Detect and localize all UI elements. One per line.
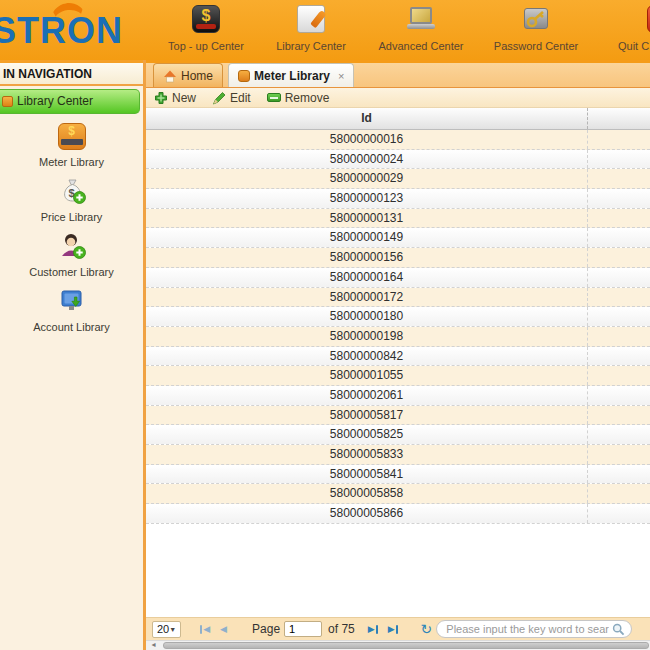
laptop-base (407, 24, 435, 29)
page-number-input[interactable] (284, 621, 322, 637)
paging-toolbar: 20 ▼ ◀ ◀ Page of 75 ▶ (146, 617, 650, 640)
edit-button[interactable]: Edit (212, 91, 251, 105)
nav-advanced-center[interactable]: Advanced Center (373, 5, 469, 52)
new-button[interactable]: New (154, 91, 196, 105)
first-page-button[interactable]: ◀ (200, 625, 210, 634)
column-header-empty (588, 108, 650, 129)
scroll-left-button[interactable]: ◂ (146, 641, 161, 650)
row-empty-cell (588, 248, 650, 267)
table-header: Id (146, 108, 650, 130)
scrollbar-thumb[interactable] (163, 642, 649, 649)
nav-quit[interactable]: ✕ Quit C (604, 5, 650, 52)
account-monitor-icon (58, 287, 86, 314)
row-id-cell: 58000000131 (146, 209, 588, 228)
grid-empty-area (146, 524, 650, 617)
table-row[interactable]: 58000002061 (146, 386, 650, 406)
row-id-cell: 58000001055 (146, 366, 588, 385)
sidebar-nav-title: IN NAVIGATION (0, 60, 143, 86)
table-row[interactable]: 58000005866 (146, 504, 650, 524)
table-row[interactable]: 58000000016 (146, 130, 650, 150)
table-row[interactable]: 58000000029 (146, 169, 650, 189)
row-empty-cell (588, 228, 650, 247)
remove-button[interactable]: Remove (267, 91, 330, 105)
pen-shape (310, 10, 327, 28)
home-icon (163, 69, 177, 83)
prev-page-icon: ◀ (220, 625, 227, 634)
row-id-cell: 58000000016 (146, 130, 588, 149)
table-row[interactable]: 58000000024 (146, 150, 650, 170)
table-row[interactable]: 58000000180 (146, 307, 650, 327)
logo-swoosh-icon (49, 1, 87, 23)
table-row[interactable]: 58000000123 (146, 189, 650, 209)
sidebar-item-meter-library[interactable]: $ Meter Library (0, 123, 143, 168)
nav-library-center[interactable]: Library Center (263, 5, 359, 52)
row-empty-cell (588, 327, 650, 346)
search-icon[interactable] (612, 623, 625, 639)
tab-home[interactable]: Home (153, 63, 223, 87)
table-row[interactable]: 58000000198 (146, 327, 650, 347)
sidebar-item-price-library[interactable]: $ Price Library (0, 177, 143, 223)
laptop-icon (407, 5, 435, 33)
row-id-cell: 58000005817 (146, 406, 588, 425)
row-id-cell: 58000000842 (146, 347, 588, 366)
minus-icon (267, 93, 281, 102)
refresh-icon[interactable]: ↻ (421, 621, 433, 637)
nav-label: Advanced Center (373, 40, 469, 52)
plus-icon (154, 91, 168, 105)
nav-label: Library Center (263, 40, 359, 52)
table-row[interactable]: 58000000172 (146, 288, 650, 308)
remove-label: Remove (285, 91, 330, 105)
topup-dollar-icon: $ (192, 5, 220, 33)
table-row[interactable]: 58000005841 (146, 465, 650, 485)
column-header-id[interactable]: Id (146, 108, 588, 129)
table-row[interactable]: 58000005833 (146, 445, 650, 465)
tab-label: Meter Library (254, 69, 330, 83)
sidebar-item-customer-library[interactable]: Customer Library (0, 232, 143, 278)
row-id-cell: 58000000149 (146, 228, 588, 247)
search-box (436, 620, 632, 638)
next-page-icon: ▶ (368, 625, 375, 634)
row-empty-cell (588, 150, 650, 169)
table-row[interactable]: 58000000156 (146, 248, 650, 268)
table-row[interactable]: 58000000131 (146, 209, 650, 229)
sidebar-item-account-library[interactable]: Account Library (0, 287, 143, 333)
page-label: Page (252, 622, 280, 636)
row-id-cell: 58000000123 (146, 189, 588, 208)
pencil-icon (212, 91, 226, 105)
horizontal-scrollbar[interactable]: ◂ (146, 640, 650, 650)
row-empty-cell (588, 130, 650, 149)
table-row[interactable]: 58000005825 (146, 425, 650, 445)
prev-page-button[interactable]: ◀ (220, 625, 227, 634)
table-row[interactable]: 58000001055 (146, 366, 650, 386)
tab-bar: Home Meter Library × (146, 60, 650, 88)
meter-book-icon (238, 70, 250, 82)
table-row[interactable]: 58000000842 (146, 347, 650, 367)
row-empty-cell (588, 465, 650, 484)
row-empty-cell (588, 445, 650, 464)
nav-password-center[interactable]: Password Center (488, 5, 584, 52)
search-input[interactable] (436, 620, 632, 638)
row-empty-cell (588, 347, 650, 366)
page-size-select[interactable]: 20 ▼ (152, 621, 181, 638)
table-row[interactable]: 58000005858 (146, 484, 650, 504)
row-id-cell: 58000000172 (146, 288, 588, 307)
customer-icon (58, 232, 86, 259)
sidebar-group-library-center[interactable]: Library Center (0, 89, 140, 114)
tab-close-icon[interactable]: × (338, 70, 344, 82)
table-body: 5800000001658000000024580000000295800000… (146, 130, 650, 524)
tab-meter-library[interactable]: Meter Library × (228, 63, 354, 87)
next-bar (376, 625, 378, 634)
sidebar-item-label: Account Library (0, 321, 143, 333)
nav-label: Quit C (604, 40, 650, 52)
row-empty-cell (588, 386, 650, 405)
last-page-button[interactable]: ▶ (388, 625, 398, 634)
table-row[interactable]: 58000000149 (146, 228, 650, 248)
row-empty-cell (588, 288, 650, 307)
table-row[interactable]: 58000000164 (146, 268, 650, 288)
nav-topup-center[interactable]: $ Top - up Center (158, 5, 254, 52)
row-id-cell: 58000005858 (146, 484, 588, 503)
next-page-button[interactable]: ▶ (368, 625, 378, 634)
table-row[interactable]: 58000005817 (146, 406, 650, 426)
row-id-cell: 58000005825 (146, 425, 588, 444)
page-total-label: of 75 (328, 622, 355, 636)
